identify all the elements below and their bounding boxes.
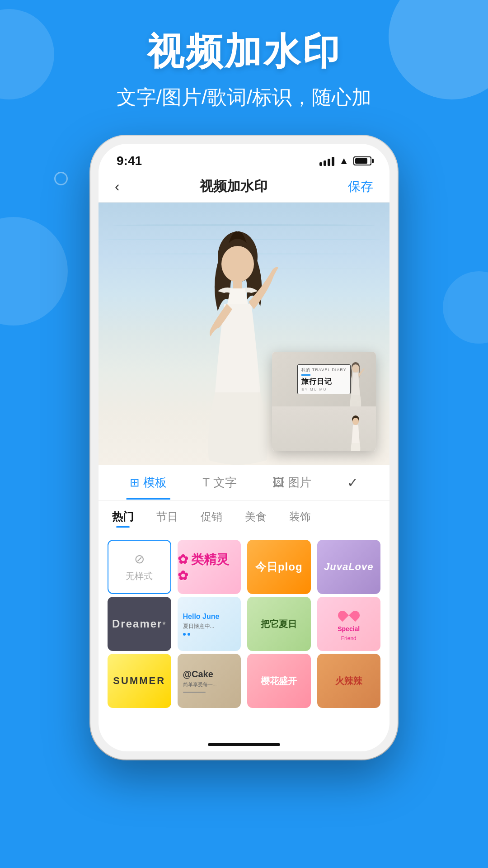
hero-subtitle: 文字/图片/歌词/标识，随心加: [0, 84, 488, 111]
template-cake[interactable]: @Cake 简单享受每一...: [178, 654, 241, 708]
template-no-style[interactable]: ⊘ 无样式: [108, 540, 171, 594]
save-button[interactable]: 保存: [348, 178, 373, 195]
text-icon: T: [202, 476, 210, 490]
image-icon: 🖼: [272, 476, 284, 490]
template-icon: ⊞: [130, 476, 140, 490]
phone-mockup: 9:41 ▲ ‹ 视频加水印 保存: [90, 136, 398, 760]
status-time: 9:41: [117, 154, 142, 168]
template-summer-label: SUMMER: [113, 675, 165, 687]
template-spicy[interactable]: 火辣辣: [317, 654, 381, 708]
watermark-main-text: 旅行日记: [301, 377, 346, 387]
wifi-icon: ▲: [339, 155, 349, 167]
battery-fill: [355, 158, 367, 164]
home-indicator: [208, 743, 280, 746]
special-friend-label: Special: [338, 625, 360, 632]
watermark-byline: BY MU MU: [301, 387, 346, 392]
template-love[interactable]: JuvaLove: [317, 540, 381, 594]
template-special-friend[interactable]: Special Friend: [317, 597, 381, 651]
template-hello-june-title: Hello June: [183, 613, 220, 621]
phone-inner: 9:41 ▲ ‹ 视频加水印 保存: [99, 144, 389, 751]
category-tabs: 热门 节日 促销 美食 装饰: [99, 501, 389, 533]
water-line-1: [113, 224, 375, 226]
template-plog-label: 今日plog: [255, 560, 303, 574]
category-holiday[interactable]: 节日: [156, 506, 178, 528]
watermark-text-box: 我的 TRAVEL DIARY 旅行日记 BY MU MU: [297, 364, 350, 394]
phone-outer: 9:41 ▲ ‹ 视频加水印 保存: [90, 136, 398, 760]
category-deco[interactable]: 装饰: [289, 506, 311, 528]
templates-grid-row2: Dreamer* Hello June 夏日惬意中... 把它夏日: [99, 597, 389, 658]
dreamer-asterisk: *: [162, 620, 166, 629]
bg-circle-left-mid: [0, 217, 68, 326]
check-icon: ✓: [347, 475, 358, 491]
watermark-card-inner: 我的 TRAVEL DIARY 旅行日记 BY MU MU: [272, 352, 376, 451]
template-summer[interactable]: SUMMER: [108, 654, 171, 708]
template-summer2[interactable]: 把它夏日: [247, 597, 311, 651]
hero-title: 视频加水印: [0, 27, 488, 77]
template-cake-title: @Cake: [183, 669, 213, 679]
tab-image-label: 图片: [288, 475, 311, 491]
signal-bar-3: [328, 159, 330, 166]
category-food[interactable]: 美食: [245, 506, 267, 528]
tab-check[interactable]: ✓: [338, 470, 367, 495]
dreamer-text: Dreamer: [112, 618, 162, 630]
tab-template[interactable]: ⊞ 模板: [121, 470, 176, 495]
bg-small-circle: [54, 172, 68, 185]
signal-bar-2: [324, 160, 326, 166]
nav-title: 视频加水印: [200, 177, 267, 196]
templates-grid-row3: SUMMER @Cake 简单享受每一... 樱花盛开 火辣辣: [99, 654, 389, 715]
cake-underline: [183, 692, 206, 693]
template-plog[interactable]: 今日plog: [247, 540, 311, 594]
no-style-label: 无样式: [126, 570, 153, 582]
dot-1: [183, 633, 186, 636]
template-hello-june-sub: 夏日惬意中...: [183, 623, 215, 630]
beach-background: 我的 TRAVEL DIARY 旅行日记 BY MU MU: [99, 203, 389, 465]
signal-bar-1: [319, 162, 322, 166]
template-cake-sub: 简单享受每一...: [183, 681, 217, 688]
template-spicy-label: 火辣辣: [335, 675, 362, 687]
signal-bar-4: [332, 157, 334, 166]
template-dreamer-label: Dreamer*: [112, 618, 166, 630]
tab-text[interactable]: T 文字: [193, 470, 246, 495]
template-sakura-label: 樱花盛开: [261, 675, 297, 687]
watermark-accent-bar: [301, 374, 310, 376]
template-love-label: JuvaLove: [324, 561, 374, 573]
phone-notch: [199, 144, 289, 161]
bg-circle-right-mid: [443, 271, 488, 344]
nav-bar: ‹ 视频加水印 保存: [99, 171, 389, 203]
template-hello-june-dots: [183, 633, 190, 636]
tab-text-label: 文字: [213, 475, 237, 491]
no-style-icon: ⊘: [134, 552, 145, 566]
card-bottom-person: [344, 415, 367, 451]
template-sakura[interactable]: 樱花盛开: [247, 654, 311, 708]
template-dreamer[interactable]: Dreamer*: [108, 597, 171, 651]
template-summer2-label: 把它夏日: [261, 618, 297, 630]
status-icons: ▲: [319, 155, 371, 167]
toolbar-tabs: ⊞ 模板 T 文字 🖼 图片 ✓: [99, 465, 389, 501]
template-special-friend-content: Special Friend: [338, 597, 360, 651]
watermark-overlay-card: 我的 TRAVEL DIARY 旅行日记 BY MU MU: [272, 352, 376, 451]
template-cute-label: ✿ 类精灵 ✿: [178, 551, 241, 583]
svg-point-4: [352, 364, 359, 373]
signal-icon: [319, 156, 334, 166]
templates-grid: ⊘ 无样式 ✿ 类精灵 ✿ 今日plog JuvaLove: [99, 533, 389, 601]
watermark-subtitle-top: 我的 TRAVEL DIARY: [301, 367, 346, 373]
category-hot[interactable]: 热门: [112, 506, 134, 528]
svg-point-6: [352, 418, 359, 425]
video-preview: 我的 TRAVEL DIARY 旅行日记 BY MU MU: [99, 203, 389, 465]
tab-image[interactable]: 🖼 图片: [263, 470, 320, 495]
dot-2: [188, 633, 190, 636]
tab-template-label: 模板: [143, 475, 167, 491]
special-friend-label2: Friend: [341, 635, 357, 642]
svg-point-1: [221, 246, 254, 282]
battery-icon: [353, 156, 371, 165]
back-button[interactable]: ‹: [115, 178, 120, 195]
card-bottom: [272, 406, 376, 451]
card-top: 我的 TRAVEL DIARY 旅行日记 BY MU MU: [272, 352, 376, 406]
heart-icon: [340, 606, 358, 623]
hero-section: 视频加水印 文字/图片/歌词/标识，随心加: [0, 27, 488, 111]
template-cute[interactable]: ✿ 类精灵 ✿: [178, 540, 241, 594]
template-hello-june[interactable]: Hello June 夏日惬意中...: [178, 597, 241, 651]
category-promo[interactable]: 促销: [201, 506, 222, 528]
